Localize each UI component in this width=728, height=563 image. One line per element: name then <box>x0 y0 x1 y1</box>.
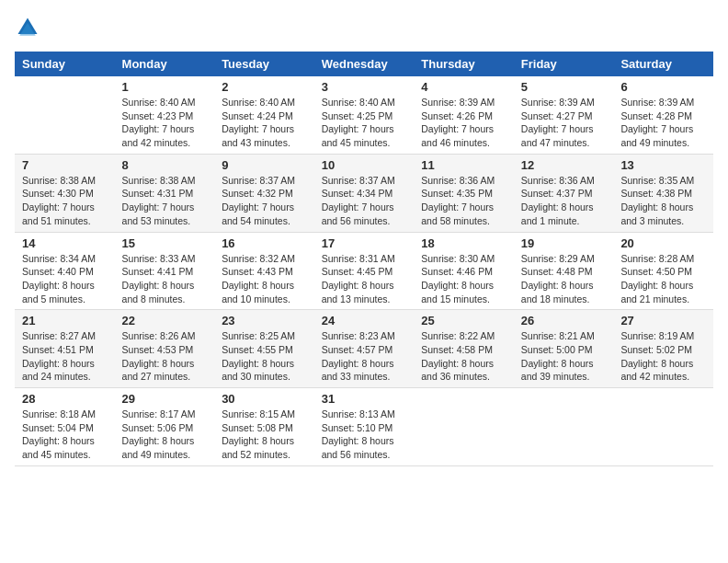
day-cell: 9Sunrise: 8:37 AMSunset: 4:32 PMDaylight… <box>214 154 314 232</box>
day-info: Sunrise: 8:37 AMSunset: 4:32 PMDaylight:… <box>222 174 307 228</box>
header-cell-tuesday: Tuesday <box>214 52 314 76</box>
day-info: Sunrise: 8:34 AMSunset: 4:40 PMDaylight:… <box>22 252 108 306</box>
day-number: 11 <box>421 158 506 172</box>
day-number: 24 <box>322 314 407 327</box>
day-cell: 19Sunrise: 8:29 AMSunset: 4:48 PMDayligh… <box>514 232 614 310</box>
day-number: 1 <box>122 80 208 94</box>
day-number: 2 <box>222 80 307 94</box>
day-number: 20 <box>620 236 706 250</box>
day-number: 12 <box>521 158 607 172</box>
header-row: SundayMondayTuesdayWednesdayThursdayFrid… <box>15 52 713 76</box>
day-cell: 8Sunrise: 8:38 AMSunset: 4:31 PMDaylight… <box>115 154 215 232</box>
day-cell: 15Sunrise: 8:33 AMSunset: 4:41 PMDayligh… <box>115 232 215 310</box>
day-info: Sunrise: 8:37 AMSunset: 4:34 PMDaylight:… <box>322 174 407 228</box>
day-number: 25 <box>421 314 506 327</box>
day-number: 8 <box>122 158 208 172</box>
header-cell-wednesday: Wednesday <box>314 52 415 76</box>
day-info: Sunrise: 8:30 AMSunset: 4:46 PMDaylight:… <box>421 252 506 306</box>
day-cell: 26Sunrise: 8:21 AMSunset: 5:00 PMDayligh… <box>514 310 614 388</box>
day-cell: 14Sunrise: 8:34 AMSunset: 4:40 PMDayligh… <box>15 232 115 310</box>
day-cell: 30Sunrise: 8:15 AMSunset: 5:08 PMDayligh… <box>214 388 314 466</box>
day-number: 18 <box>421 236 506 250</box>
header-cell-friday: Friday <box>514 52 614 76</box>
day-cell: 29Sunrise: 8:17 AMSunset: 5:06 PMDayligh… <box>115 388 215 466</box>
day-info: Sunrise: 8:19 AMSunset: 5:02 PMDaylight:… <box>620 329 706 384</box>
day-info: Sunrise: 8:22 AMSunset: 4:58 PMDaylight:… <box>421 329 506 384</box>
week-row-2: 7Sunrise: 8:38 AMSunset: 4:30 PMDaylight… <box>15 154 713 232</box>
day-number: 15 <box>122 236 208 250</box>
day-number: 5 <box>521 80 607 94</box>
day-number: 27 <box>620 314 706 327</box>
day-number: 16 <box>222 236 307 250</box>
header-cell-sunday: Sunday <box>15 52 115 76</box>
day-cell: 24Sunrise: 8:23 AMSunset: 4:57 PMDayligh… <box>314 310 415 388</box>
week-row-3: 14Sunrise: 8:34 AMSunset: 4:40 PMDayligh… <box>15 232 713 310</box>
day-number: 29 <box>122 392 208 406</box>
day-cell: 12Sunrise: 8:36 AMSunset: 4:37 PMDayligh… <box>514 154 614 232</box>
day-number: 26 <box>521 314 607 327</box>
day-number: 19 <box>521 236 607 250</box>
day-cell <box>514 388 614 466</box>
day-cell <box>15 76 115 154</box>
day-info: Sunrise: 8:33 AMSunset: 4:41 PMDaylight:… <box>122 252 208 306</box>
day-info: Sunrise: 8:40 AMSunset: 4:24 PMDaylight:… <box>222 96 307 150</box>
day-number: 10 <box>322 158 407 172</box>
day-number: 31 <box>322 392 407 406</box>
day-number: 23 <box>222 314 307 327</box>
day-info: Sunrise: 8:38 AMSunset: 4:31 PMDaylight:… <box>122 174 208 228</box>
day-info: Sunrise: 8:36 AMSunset: 4:35 PMDaylight:… <box>421 174 506 228</box>
day-cell: 22Sunrise: 8:26 AMSunset: 4:53 PMDayligh… <box>115 310 215 388</box>
day-number: 6 <box>620 80 706 94</box>
day-cell: 1Sunrise: 8:40 AMSunset: 4:23 PMDaylight… <box>115 76 215 154</box>
day-cell <box>414 388 514 466</box>
day-info: Sunrise: 8:21 AMSunset: 5:00 PMDaylight:… <box>521 329 607 384</box>
logo <box>15 15 44 40</box>
day-cell: 31Sunrise: 8:13 AMSunset: 5:10 PMDayligh… <box>314 388 415 466</box>
day-info: Sunrise: 8:40 AMSunset: 4:23 PMDaylight:… <box>122 96 208 150</box>
header-cell-saturday: Saturday <box>613 52 713 76</box>
day-cell: 10Sunrise: 8:37 AMSunset: 4:34 PMDayligh… <box>314 154 415 232</box>
day-cell: 11Sunrise: 8:36 AMSunset: 4:35 PMDayligh… <box>414 154 514 232</box>
header-cell-thursday: Thursday <box>414 52 514 76</box>
day-cell: 2Sunrise: 8:40 AMSunset: 4:24 PMDaylight… <box>214 76 314 154</box>
day-number: 9 <box>222 158 307 172</box>
day-number: 28 <box>22 392 108 406</box>
day-cell: 18Sunrise: 8:30 AMSunset: 4:46 PMDayligh… <box>414 232 514 310</box>
day-number: 14 <box>22 236 108 250</box>
day-cell: 28Sunrise: 8:18 AMSunset: 5:04 PMDayligh… <box>15 388 115 466</box>
calendar-header: SundayMondayTuesdayWednesdayThursdayFrid… <box>15 52 713 76</box>
day-number: 3 <box>322 80 407 94</box>
logo-icon <box>15 15 40 40</box>
day-cell: 4Sunrise: 8:39 AMSunset: 4:26 PMDaylight… <box>414 76 514 154</box>
week-row-1: 1Sunrise: 8:40 AMSunset: 4:23 PMDaylight… <box>15 76 713 154</box>
day-info: Sunrise: 8:31 AMSunset: 4:45 PMDaylight:… <box>322 252 407 306</box>
day-info: Sunrise: 8:40 AMSunset: 4:25 PMDaylight:… <box>322 96 407 150</box>
day-cell: 23Sunrise: 8:25 AMSunset: 4:55 PMDayligh… <box>214 310 314 388</box>
day-number: 13 <box>620 158 706 172</box>
day-cell: 25Sunrise: 8:22 AMSunset: 4:58 PMDayligh… <box>414 310 514 388</box>
day-cell: 6Sunrise: 8:39 AMSunset: 4:28 PMDaylight… <box>613 76 713 154</box>
day-cell: 16Sunrise: 8:32 AMSunset: 4:43 PMDayligh… <box>214 232 314 310</box>
week-row-5: 28Sunrise: 8:18 AMSunset: 5:04 PMDayligh… <box>15 388 713 466</box>
day-info: Sunrise: 8:25 AMSunset: 4:55 PMDaylight:… <box>222 329 307 384</box>
day-cell: 3Sunrise: 8:40 AMSunset: 4:25 PMDaylight… <box>314 76 415 154</box>
day-info: Sunrise: 8:39 AMSunset: 4:26 PMDaylight:… <box>421 96 506 150</box>
day-info: Sunrise: 8:32 AMSunset: 4:43 PMDaylight:… <box>222 252 307 306</box>
calendar-table: SundayMondayTuesdayWednesdayThursdayFrid… <box>15 52 713 466</box>
calendar-body: 1Sunrise: 8:40 AMSunset: 4:23 PMDaylight… <box>15 76 713 465</box>
day-info: Sunrise: 8:28 AMSunset: 4:50 PMDaylight:… <box>620 252 706 306</box>
week-row-4: 21Sunrise: 8:27 AMSunset: 4:51 PMDayligh… <box>15 310 713 388</box>
day-cell: 20Sunrise: 8:28 AMSunset: 4:50 PMDayligh… <box>613 232 713 310</box>
day-cell: 7Sunrise: 8:38 AMSunset: 4:30 PMDaylight… <box>15 154 115 232</box>
day-number: 21 <box>22 314 108 327</box>
day-cell: 5Sunrise: 8:39 AMSunset: 4:27 PMDaylight… <box>514 76 614 154</box>
day-cell: 13Sunrise: 8:35 AMSunset: 4:38 PMDayligh… <box>613 154 713 232</box>
day-info: Sunrise: 8:38 AMSunset: 4:30 PMDaylight:… <box>22 174 108 228</box>
day-info: Sunrise: 8:26 AMSunset: 4:53 PMDaylight:… <box>122 329 208 384</box>
header-cell-monday: Monday <box>115 52 215 76</box>
day-info: Sunrise: 8:35 AMSunset: 4:38 PMDaylight:… <box>620 174 706 228</box>
day-number: 4 <box>421 80 506 94</box>
day-info: Sunrise: 8:39 AMSunset: 4:27 PMDaylight:… <box>521 96 607 150</box>
day-number: 17 <box>322 236 407 250</box>
day-info: Sunrise: 8:29 AMSunset: 4:48 PMDaylight:… <box>521 252 607 306</box>
